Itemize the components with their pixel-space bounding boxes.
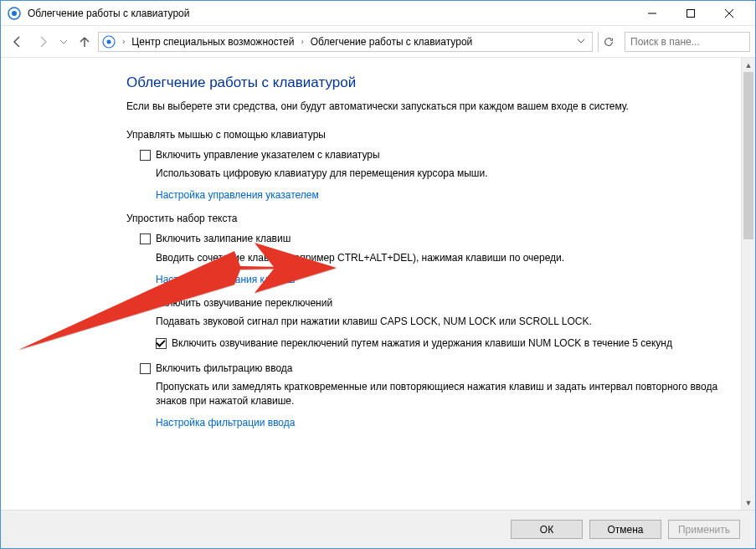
apply-button[interactable]: Применить <box>668 520 740 539</box>
svg-rect-3 <box>687 9 695 17</box>
back-button[interactable] <box>6 30 29 54</box>
checkbox-label: Включить озвучивание переключений <box>156 297 332 310</box>
option-toggle-keys: Включить озвучивание переключений Подава… <box>140 297 724 351</box>
chevron-right-icon[interactable]: › <box>121 37 126 46</box>
scroll-up-button[interactable]: ▲ <box>742 58 755 72</box>
search-box[interactable] <box>625 32 750 52</box>
checkbox-label: Включить залипание клавиш <box>156 233 291 246</box>
option-mouse-keys: Включить управление указателем с клавиат… <box>140 149 724 201</box>
window-controls <box>633 1 748 26</box>
checkbox-label: Включить озвучивание переключений путем … <box>172 337 672 351</box>
checkbox-label: Включить фильтрацию ввода <box>156 362 293 376</box>
window-frame: Облегчение работы с клавиатурой › Центр … <box>0 0 756 549</box>
checkbox-filter-keys[interactable] <box>140 363 151 374</box>
checkbox-label: Включить управление указателем с клавиат… <box>156 149 380 162</box>
breadcrumb-icon <box>102 35 116 49</box>
forward-button[interactable] <box>31 30 54 54</box>
vertical-scrollbar[interactable]: ▲ ▼ <box>741 58 755 510</box>
up-button[interactable] <box>73 30 96 54</box>
page-title: Облегчение работы с клавиатурой <box>126 74 724 91</box>
content-scroll: Облегчение работы с клавиатурой Если вы … <box>1 58 741 510</box>
refresh-button[interactable] <box>598 32 618 52</box>
scroll-thumb[interactable] <box>743 72 753 239</box>
cancel-button[interactable]: Отмена <box>589 520 661 539</box>
option-filter-keys: Включить фильтрацию ввода Пропускать или… <box>140 362 724 428</box>
minimize-button[interactable] <box>633 1 671 26</box>
chevron-right-icon[interactable]: › <box>299 37 305 46</box>
link-filter-keys-settings[interactable]: Настройка фильтрации ввода <box>156 417 724 428</box>
chevron-down-icon[interactable] <box>577 36 585 48</box>
ok-button[interactable]: ОК <box>511 520 583 539</box>
link-mouse-keys-settings[interactable]: Настройка управления указателем <box>156 189 724 201</box>
app-icon <box>8 7 21 20</box>
link-sticky-keys-settings[interactable]: Настройка залипания клавиш <box>156 274 724 285</box>
breadcrumb-seg-1[interactable]: Центр специальных возможностей <box>128 36 297 48</box>
option-sticky-keys: Включить залипание клавиш Вводить сочета… <box>140 233 724 285</box>
titlebar: Облегчение работы с клавиатурой <box>1 1 755 26</box>
recent-dropdown[interactable] <box>56 38 71 46</box>
window-title: Облегчение работы с клавиатурой <box>28 8 633 19</box>
option-desc: Вводить сочетание клавиш (например CTRL+… <box>156 251 724 265</box>
breadcrumb-seg-2[interactable]: Облегчение работы с клавиатурой <box>307 36 476 48</box>
scroll-down-button[interactable]: ▼ <box>742 495 755 510</box>
option-desc: Использовать цифровую клавиатуру для пер… <box>156 167 724 181</box>
option-desc: Пропускать или замедлять кратковременные… <box>156 380 724 408</box>
section-typing-label: Упростить набор текста <box>126 213 724 224</box>
page-intro: Если вы выберете эти средства, они будут… <box>126 100 724 114</box>
checkbox-toggle-keys[interactable] <box>140 298 151 309</box>
checkbox-toggle-keys-numlock[interactable] <box>156 338 167 349</box>
button-bar: ОК Отмена Применить <box>1 510 755 548</box>
breadcrumb[interactable]: › Центр специальных возможностей › Облег… <box>98 32 593 52</box>
section-mouse-label: Управлять мышью с помощью клавиатуры <box>126 129 724 141</box>
close-button[interactable] <box>710 1 748 26</box>
navbar: › Центр специальных возможностей › Облег… <box>1 26 755 58</box>
svg-point-1 <box>12 11 17 16</box>
maximize-button[interactable] <box>671 1 710 26</box>
checkbox-mouse-keys[interactable] <box>140 150 151 161</box>
svg-point-7 <box>107 39 111 44</box>
checkbox-sticky-keys[interactable] <box>140 233 151 244</box>
search-input[interactable] <box>630 36 756 48</box>
option-desc: Подавать звуковой сигнал при нажатии кла… <box>156 315 724 329</box>
content-area: Облегчение работы с клавиатурой Если вы … <box>1 58 755 510</box>
